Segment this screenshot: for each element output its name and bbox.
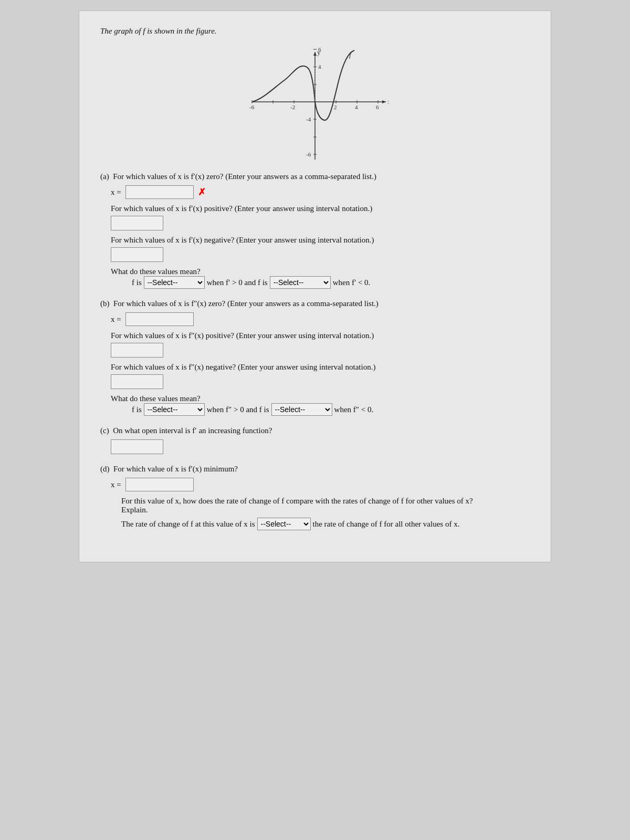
part-d-x-input[interactable] (125, 478, 194, 491)
graph-container: x y -6 -2 2 4 6 6 4 -4 -6 f (100, 44, 530, 160)
part-c-header: (c) On what open interval is f′ an incre… (100, 426, 530, 435)
part-d-q2-text2: Explain. (121, 506, 530, 514)
part-b-x-input[interactable] (125, 312, 194, 326)
part-d-select-prefix: The rate of change of f at this value of… (121, 520, 255, 529)
svg-text:6: 6 (376, 104, 379, 110)
page-container: The graph of f is shown in the figure. (79, 10, 551, 562)
part-a-q2-text: For which values of x is f′(x) positive?… (111, 204, 530, 213)
part-a-q3-text: For which values of x is f′(x) negative?… (111, 236, 530, 245)
part-b-select-row: f is --Select-- increasing decreasing co… (132, 403, 530, 416)
part-d-q2-text1: For this value of x, how does the rate o… (121, 497, 530, 506)
svg-text:6: 6 (318, 46, 321, 52)
part-a-q3-section: For which values of x is f′(x) negative?… (111, 236, 530, 262)
svg-text:2: 2 (334, 104, 337, 110)
x-axis-label: x (387, 98, 388, 106)
part-a-what-mean: What do these values mean? f is --Select… (111, 267, 530, 289)
part-a-q1-text: For which values of x is f′(x) zero? (En… (113, 172, 376, 181)
part-d-x-label: x = (111, 480, 121, 489)
part-d-select-suffix: the rate of change of f for all other va… (313, 520, 460, 529)
part-a-label: (a) (100, 172, 109, 181)
part-b-select2[interactable]: --Select-- increasing decreasing concave… (271, 403, 332, 416)
part-d-q1-text: For which value of x is f′(x) minimum? (113, 465, 238, 473)
part-b-q2-text: For which values of x is f″(x) positive?… (111, 331, 530, 340)
part-a-f-is-label: f is (132, 278, 142, 287)
part-a-select2[interactable]: --Select-- increasing decreasing concave… (270, 276, 331, 289)
part-d-label: (d) (100, 465, 110, 473)
part-a-q3-input[interactable] (111, 247, 163, 262)
part-a-x-label: x = (111, 188, 121, 197)
part-a-header: (a) For which values of x is f′(x) zero?… (100, 172, 530, 181)
part-d-select-row: The rate of change of f at this value of… (121, 518, 530, 530)
part-b-x-equals-row: x = (111, 312, 530, 326)
part-c-section: (c) On what open interval is f′ an incre… (100, 426, 530, 454)
svg-text:-4: -4 (306, 116, 311, 122)
part-b-f-is-label: f is (132, 405, 142, 414)
part-a-select-row: f is --Select-- increasing decreasing co… (132, 276, 530, 289)
part-c-q1-text: On what open interval is f′ an increasin… (113, 426, 272, 435)
part-b-header: (b) For which values of x is f″(x) zero?… (100, 299, 530, 308)
part-d-header: (d) For which value of x is f′(x) minimu… (100, 465, 530, 474)
part-b-x-label: x = (111, 315, 121, 324)
part-a-what-mean-text: What do these values mean? (111, 267, 530, 276)
part-a-when2-label: when f′ < 0. (333, 278, 371, 287)
svg-text:-6: -6 (306, 151, 311, 158)
part-d-q2-text-block: For this value of x, how does the rate o… (121, 497, 530, 514)
part-a-when1-label: when f′ > 0 and f is (207, 278, 268, 287)
part-b-label: (b) (100, 299, 110, 308)
svg-text:-2: -2 (290, 104, 295, 110)
part-b-q3-section: For which values of x is f″(x) negative?… (111, 363, 530, 389)
function-graph: x y -6 -2 2 4 6 6 4 -4 -6 f (242, 44, 388, 160)
part-a-error-x: ✗ (198, 186, 206, 198)
part-b-what-mean-text: What do these values mean? (111, 394, 530, 403)
part-b-section: (b) For which values of x is f″(x) zero?… (100, 299, 530, 416)
part-a-select1[interactable]: --Select-- increasing decreasing concave… (144, 276, 205, 289)
part-a-x-equals-row: x = ✗ (111, 185, 530, 199)
part-d-section: (d) For which value of x is f′(x) minimu… (100, 465, 530, 530)
part-c-input-row (111, 439, 530, 454)
svg-text:-6: -6 (249, 104, 255, 110)
part-a-x-input[interactable] (125, 185, 194, 199)
part-b-q2-section: For which values of x is f″(x) positive?… (111, 331, 530, 358)
part-b-q3-input[interactable] (111, 374, 163, 389)
intro-text: The graph of f is shown in the figure. (100, 27, 530, 36)
part-a-section: (a) For which values of x is f′(x) zero?… (100, 172, 530, 289)
svg-text:4: 4 (318, 64, 321, 70)
part-d-select[interactable]: --Select-- less than greater than equal … (257, 518, 311, 530)
part-a-q2-input[interactable] (111, 216, 163, 230)
part-b-when1-label: when f″ > 0 and f is (207, 405, 269, 414)
part-b-q1-text: For which values of x is f″(x) zero? (En… (113, 299, 379, 308)
part-a-q2-section: For which values of x is f′(x) positive?… (111, 204, 530, 230)
part-c-input[interactable] (111, 439, 163, 454)
part-b-when2-label: when f″ < 0. (334, 405, 374, 414)
part-d-x-equals-row: x = (111, 478, 530, 491)
part-b-q2-input[interactable] (111, 343, 163, 358)
part-c-label: (c) (100, 426, 109, 435)
svg-text:4: 4 (355, 104, 358, 110)
part-b-select1[interactable]: --Select-- increasing decreasing concave… (144, 403, 205, 416)
part-b-what-mean: What do these values mean? f is --Select… (111, 394, 530, 416)
part-b-q3-text: For which values of x is f″(x) negative?… (111, 363, 530, 372)
